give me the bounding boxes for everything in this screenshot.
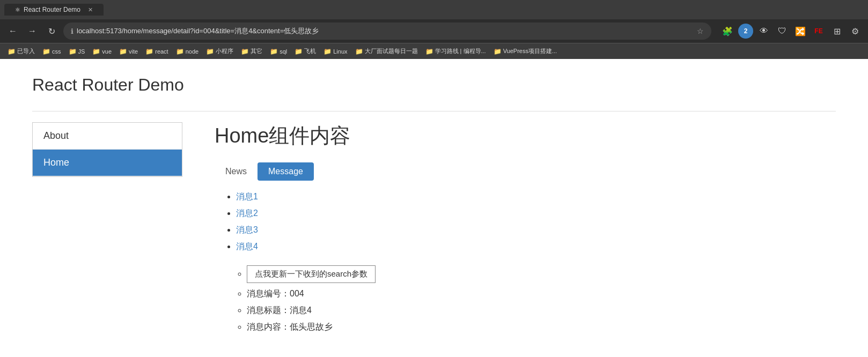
tab-bar: ⚛ React Router Demo ✕ <box>0 0 868 19</box>
sidebar-icon[interactable]: ⊞ <box>829 24 844 39</box>
folder-icon-11: 📁 <box>323 48 332 55</box>
message-link-1[interactable]: 消息2 <box>236 209 258 218</box>
bookmark-item-12[interactable]: 📁 大厂面试题每日一题 <box>352 46 421 56</box>
divider <box>32 111 836 111</box>
bookmark-item-10[interactable]: 📁 飞机 <box>291 46 319 56</box>
browser-chrome: ⚛ React Router Demo ✕ ← → ↻ ℹ localhost:… <box>0 0 868 59</box>
folder-icon-5: 📁 <box>145 48 153 55</box>
detail-content-label: 消息内容： <box>247 322 290 331</box>
address-bar[interactable]: ℹ localhost:5173/home/message/detail?id=… <box>63 23 711 40</box>
browser-tab[interactable]: ⚛ React Router Demo ✕ <box>4 4 104 16</box>
bookmark-item-11[interactable]: 📁 Linux <box>320 47 350 56</box>
info-icon: ℹ <box>71 27 73 35</box>
detail-section: 点我更新一下收到的search参数 消息编号：004 消息标题：消息4 消息内容… <box>215 265 836 333</box>
detail-id-value: 004 <box>290 289 304 298</box>
folder-icon-6: 📁 <box>176 48 184 55</box>
folder-icon-9: 📁 <box>270 48 278 55</box>
bookmark-label-11: Linux <box>333 48 347 55</box>
bookmark-label-8: 其它 <box>251 47 262 55</box>
list-item-3: 消息4 <box>236 241 836 252</box>
detail-title-item: 消息标题：消息4 <box>247 305 836 316</box>
bookmark-item-2[interactable]: 📁 JS <box>65 47 89 56</box>
bookmark-item-3[interactable]: 📁 vue <box>89 47 115 56</box>
extensions-icon[interactable]: 🧩 <box>720 24 735 39</box>
tab-icon: ⚛ <box>15 6 20 13</box>
bookmark-item-4[interactable]: 📁 vite <box>116 47 141 56</box>
share-icon[interactable]: 🔀 <box>793 24 808 39</box>
home-title: Home组件内容 <box>215 122 836 150</box>
browser-actions: 🧩 2 👁 🛡 🔀 FE ⊞ ⚙ <box>720 24 863 39</box>
menu-icon[interactable]: ⚙ <box>848 24 863 39</box>
folder-icon-4: 📁 <box>119 48 127 55</box>
bookmark-label-9: sql <box>279 48 287 55</box>
bookmark-label-0: 已导入 <box>17 47 35 55</box>
url-text: localhost:5173/home/message/detail?id=00… <box>77 26 694 36</box>
right-content: Home组件内容 News Message 消息1 消息2 消息3 消息4 <box>215 122 836 338</box>
bookmark-item-5[interactable]: 📁 react <box>142 47 171 56</box>
message-link-3[interactable]: 消息4 <box>236 242 258 251</box>
left-nav-about[interactable]: About <box>33 123 182 150</box>
bookmark-label-10: 飞机 <box>304 47 316 55</box>
bookmark-label-13: 学习路线 | 编程导... <box>435 47 486 55</box>
shield-icon[interactable]: 🛡 <box>775 24 790 39</box>
refresh-button[interactable]: ↻ <box>44 24 59 39</box>
bookmark-item-6[interactable]: 📁 node <box>173 47 202 56</box>
bookmark-item-1[interactable]: 📁 css <box>39 47 64 56</box>
folder-icon-8: 📁 <box>241 48 249 55</box>
folder-icon-12: 📁 <box>355 48 363 55</box>
bookmark-label-1: css <box>52 48 61 55</box>
folder-icon-7: 📁 <box>206 48 214 55</box>
folder-icon-14: 📁 <box>494 48 502 55</box>
bookmark-label-5: react <box>155 48 168 55</box>
bookmark-label-6: node <box>186 48 198 55</box>
bookmark-item-14[interactable]: 📁 VuePress项目搭建... <box>490 46 560 56</box>
message-link-0[interactable]: 消息1 <box>236 192 258 201</box>
bookmark-item-7[interactable]: 📁 小程序 <box>203 46 237 56</box>
bookmark-label-14: VuePress项目搭建... <box>503 47 557 55</box>
folder-icon: 📁 <box>8 48 16 55</box>
browser-controls: ← → ↻ ℹ localhost:5173/home/message/deta… <box>0 19 868 43</box>
folder-icon-2: 📁 <box>69 48 77 55</box>
bookmark-label-2: JS <box>78 48 85 55</box>
folder-icon-13: 📁 <box>425 48 433 55</box>
eye-icon[interactable]: 👁 <box>756 24 771 39</box>
main-layout: About Home Home组件内容 News Message 消息1 消息2… <box>32 122 836 338</box>
forward-button[interactable]: → <box>25 24 40 39</box>
left-nav: About Home <box>32 122 182 177</box>
folder-icon-10: 📁 <box>295 48 303 55</box>
left-nav-home[interactable]: Home <box>33 150 182 176</box>
list-item-0: 消息1 <box>236 191 836 203</box>
detail-id-label: 消息编号： <box>247 289 290 298</box>
folder-icon-1: 📁 <box>42 48 50 55</box>
detail-content-value: 低头思故乡 <box>290 322 333 331</box>
page-content: React Router Demo About Home Home组件内容 Ne… <box>0 59 868 357</box>
bookmark-label-4: vite <box>129 48 138 55</box>
bookmark-item-8[interactable]: 📁 其它 <box>238 46 266 56</box>
bookmarks-bar: 📁 已导入 📁 css 📁 JS 📁 vue 📁 vite 📁 react 📁 … <box>0 43 868 59</box>
bookmark-label-12: 大厂面试题每日一题 <box>365 47 418 55</box>
tab-label: React Router Demo <box>24 6 80 13</box>
detail-update-item: 点我更新一下收到的search参数 <box>247 265 836 283</box>
app-title: React Router Demo <box>32 75 836 95</box>
update-search-button[interactable]: 点我更新一下收到的search参数 <box>247 265 376 283</box>
folder-icon-3: 📁 <box>92 48 100 55</box>
star-icon[interactable]: ☆ <box>697 27 704 35</box>
detail-content-item: 消息内容：低头思故乡 <box>247 322 836 333</box>
message-link-2[interactable]: 消息3 <box>236 225 258 234</box>
message-list: 消息1 消息2 消息3 消息4 <box>215 191 836 252</box>
bookmark-item-13[interactable]: 📁 学习路线 | 编程导... <box>422 46 489 56</box>
detail-title-value: 消息4 <box>290 306 312 315</box>
bookmark-item-9[interactable]: 📁 sql <box>267 47 290 56</box>
tab-message[interactable]: Message <box>258 162 314 181</box>
tab-close-icon[interactable]: ✕ <box>88 6 93 13</box>
back-button[interactable]: ← <box>5 24 20 39</box>
bookmark-label-3: vue <box>102 48 112 55</box>
app-icon[interactable]: FE <box>811 24 826 39</box>
bookmark-item-0[interactable]: 📁 已导入 <box>4 46 38 56</box>
detail-title-label: 消息标题： <box>247 306 290 315</box>
list-item-1: 消息2 <box>236 208 836 219</box>
list-item-2: 消息3 <box>236 225 836 236</box>
tab-news[interactable]: News <box>215 162 258 181</box>
bookmark-label-7: 小程序 <box>216 47 233 55</box>
profile-icon[interactable]: 2 <box>738 24 753 39</box>
